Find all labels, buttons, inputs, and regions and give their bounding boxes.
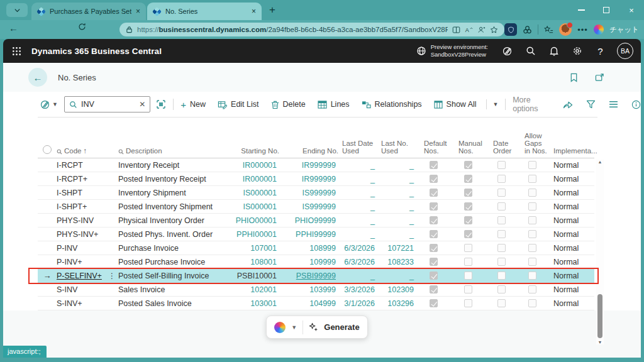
- cell-code[interactable]: P-INV+⋮: [57, 255, 118, 268]
- cell-code[interactable]: S-INV⋮: [57, 283, 118, 296]
- bookmark-icon[interactable]: [570, 73, 578, 82]
- show-all-chevron[interactable]: ▼: [492, 101, 498, 107]
- cell-date-order[interactable]: [486, 228, 517, 241]
- share-button[interactable]: [563, 100, 573, 109]
- info-button[interactable]: [631, 100, 641, 109]
- cell-implementation[interactable]: Normal: [547, 241, 591, 255]
- notifications-bell-icon[interactable]: [542, 46, 565, 56]
- filter-button[interactable]: [586, 100, 596, 109]
- cell-description[interactable]: Posted Sales Invoice: [118, 297, 226, 310]
- cell-code[interactable]: P-INV⋮: [57, 241, 118, 255]
- table-row[interactable]: → P-SELFINV+⋮ Posted Self-Billing Invoic…: [38, 269, 594, 283]
- cell-starting-no[interactable]: 102001: [226, 283, 279, 296]
- scroll-down-icon[interactable]: ▼: [596, 340, 604, 344]
- scrollbar-thumb[interactable]: [597, 294, 602, 338]
- favorites-bar-icon[interactable]: [544, 25, 553, 35]
- browser-back-icon[interactable]: ←: [9, 23, 18, 33]
- checkbox[interactable]: [464, 202, 472, 211]
- checkbox[interactable]: [430, 272, 438, 280]
- relationships-button[interactable]: Relationships: [362, 100, 422, 109]
- cell-code[interactable]: PHYS-INV⋮: [57, 214, 118, 227]
- cell-date-order[interactable]: [486, 255, 517, 268]
- cell-ending-no[interactable]: IS999999: [279, 186, 338, 199]
- checkbox[interactable]: [430, 285, 438, 293]
- maximize-button[interactable]: [594, 0, 619, 20]
- url-input[interactable]: https://businesscentral.dynamics.com/2a9…: [119, 23, 504, 36]
- show-all-button[interactable]: Show All: [434, 100, 477, 109]
- cell-last-date-used[interactable]: _: [338, 186, 377, 199]
- cell-ending-no[interactable]: PSBI99999: [279, 269, 338, 282]
- cell-starting-no[interactable]: IR000001: [226, 172, 279, 185]
- row-select-gutter[interactable]: →: [38, 172, 57, 185]
- col-code[interactable]: Code↑: [57, 147, 118, 155]
- col-allow-gaps[interactable]: Allow Gaps in Nos.: [517, 132, 547, 155]
- cell-manual-nos[interactable]: [451, 172, 486, 185]
- browser-profile-avatar[interactable]: [559, 23, 572, 36]
- table-row[interactable]: → P-INV+⋮ Posted Purchase Invoice 108001…: [38, 255, 594, 269]
- checkbox[interactable]: [430, 258, 438, 266]
- cell-code[interactable]: S-INV+⋮: [57, 297, 118, 310]
- row-select-gutter[interactable]: →: [38, 241, 57, 255]
- delete-button[interactable]: Delete: [271, 100, 306, 109]
- checkbox[interactable]: [497, 202, 506, 211]
- close-button[interactable]: ×: [619, 0, 644, 20]
- user-avatar[interactable]: BA: [617, 43, 633, 59]
- cell-allow-gaps[interactable]: [517, 269, 547, 282]
- cell-last-date-used[interactable]: 6/3/2026: [338, 255, 377, 268]
- checkbox[interactable]: [464, 272, 472, 280]
- checkbox[interactable]: [497, 161, 506, 169]
- cell-manual-nos[interactable]: [451, 214, 486, 227]
- checkbox[interactable]: [497, 272, 506, 280]
- cell-ending-no[interactable]: IS999999: [279, 200, 338, 213]
- cell-starting-no[interactable]: PSBI10001: [226, 269, 279, 282]
- row-menu-icon[interactable]: ⋮: [108, 272, 118, 280]
- cell-manual-nos[interactable]: [451, 200, 486, 213]
- search-input[interactable]: INV ✕: [64, 96, 150, 112]
- cell-default-nos[interactable]: [416, 214, 451, 227]
- table-row[interactable]: → I-RCPT⋮ Inventory Receipt IR000001 IR9…: [38, 158, 594, 172]
- cell-description[interactable]: Inventory Shipment: [118, 186, 226, 199]
- profile-preferences-icon[interactable]: [477, 26, 486, 34]
- row-select-gutter[interactable]: →: [38, 186, 57, 199]
- copilot-header-icon[interactable]: [496, 46, 519, 57]
- checkbox[interactable]: [528, 272, 536, 280]
- cell-last-date-used[interactable]: 3/3/2026: [338, 283, 377, 296]
- cell-description[interactable]: Sales Invoice: [118, 283, 226, 296]
- checkbox[interactable]: [464, 175, 472, 183]
- col-description[interactable]: Description: [118, 147, 226, 155]
- checkbox[interactable]: [528, 175, 536, 183]
- cell-implementation[interactable]: Normal: [547, 297, 591, 310]
- browser-essentials-icon[interactable]: [523, 25, 532, 35]
- checkbox[interactable]: [497, 285, 506, 293]
- cell-starting-no[interactable]: 108001: [226, 255, 279, 268]
- cell-starting-no[interactable]: 103001: [226, 297, 279, 310]
- cell-starting-no[interactable]: PHIO00001: [226, 214, 279, 227]
- cell-implementation[interactable]: Normal: [547, 228, 591, 241]
- checkbox[interactable]: [497, 175, 506, 183]
- tab-close-icon[interactable]: ×: [136, 7, 140, 16]
- row-select-gutter[interactable]: →: [38, 283, 57, 296]
- lines-button[interactable]: Lines: [318, 100, 350, 109]
- cell-code[interactable]: I-SHPT+⋮: [57, 200, 118, 213]
- cell-date-order[interactable]: [486, 172, 517, 185]
- cell-manual-nos[interactable]: [451, 269, 486, 282]
- browser-more-icon[interactable]: •••: [577, 25, 588, 35]
- table-row[interactable]: → PHYS-INV+⋮ Posted Phys. Invent. Order …: [38, 228, 594, 241]
- cell-code[interactable]: I-RCPT⋮: [57, 158, 118, 172]
- checkbox[interactable]: [528, 258, 536, 266]
- environment-info[interactable]: Preview environment:SandboxV28Preview: [416, 43, 488, 59]
- cell-implementation[interactable]: Normal: [547, 269, 591, 282]
- col-last-no-used[interactable]: Last No. Used: [377, 140, 416, 155]
- cell-last-date-used[interactable]: _: [338, 228, 377, 241]
- cell-last-date-used[interactable]: _: [338, 200, 377, 213]
- col-last-date-used[interactable]: Last Date Used: [338, 140, 377, 155]
- cell-ending-no[interactable]: 104999: [279, 297, 338, 310]
- cell-default-nos[interactable]: [416, 241, 451, 255]
- cell-description[interactable]: Physical Inventory Order: [118, 214, 226, 227]
- cell-description[interactable]: Posted Inventory Shipment: [118, 200, 226, 213]
- row-select-gutter[interactable]: →: [38, 158, 57, 172]
- cell-description[interactable]: Purchase Invoice: [118, 241, 226, 255]
- col-default-nos[interactable]: Default Nos.: [416, 140, 451, 155]
- checkbox[interactable]: [430, 216, 438, 224]
- cell-implementation[interactable]: Normal: [547, 186, 591, 199]
